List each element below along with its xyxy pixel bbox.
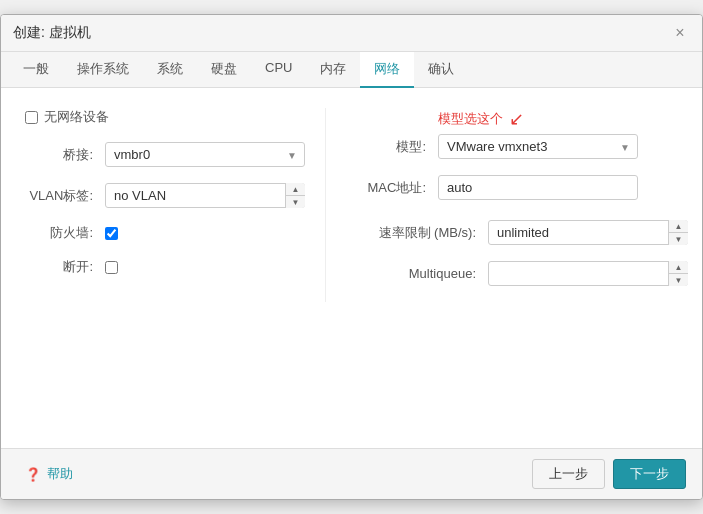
dialog-title: 创建: 虚拟机 [13,24,91,42]
disconnect-checkbox[interactable] [105,261,118,274]
bridge-select[interactable]: vmbr0 [105,142,305,167]
navigation-buttons: 上一步 下一步 [532,459,686,489]
multiqueue-spinner-buttons: ▲ ▼ [668,261,688,286]
disconnect-row: 断开: [25,258,305,276]
tab-bar: 一般 操作系统 系统 硬盘 CPU 内存 网络 确认 [1,52,702,88]
rate-input[interactable] [488,220,688,245]
firewall-checkbox[interactable] [105,227,118,240]
help-button[interactable]: ❓ 帮助 [17,461,81,487]
rate-up-button[interactable]: ▲ [669,220,688,233]
content-area: 无网络设备 桥接: vmbr0 ▼ VLAN标签: [1,88,702,448]
rate-row: 速率限制 (MB/s): ▲ ▼ [358,220,688,245]
tab-os[interactable]: 操作系统 [63,52,143,88]
bridge-label: 桥接: [25,146,105,164]
tab-system[interactable]: 系统 [143,52,197,88]
vlan-up-button[interactable]: ▲ [286,183,305,196]
help-label: 帮助 [47,465,73,483]
mac-label: MAC地址: [358,179,438,197]
tab-network[interactable]: 网络 [360,52,414,88]
multiqueue-row: Multiqueue: ▲ ▼ [358,261,688,286]
annotation-text: 模型选这个 [438,110,503,128]
model-annotation: 模型选这个 ↙ [438,108,688,130]
right-column: 模型选这个 ↙ 模型: VMware vmxnet3 ▼ MAC地址: [326,108,688,302]
rate-spinner-wrap: ▲ ▼ [488,220,688,245]
vlan-row: VLAN标签: ▲ ▼ [25,183,305,208]
bridge-row: 桥接: vmbr0 ▼ [25,142,305,167]
close-button[interactable]: × [670,23,690,43]
rate-down-button[interactable]: ▼ [669,233,688,245]
rate-label: 速率限制 (MB/s): [358,224,488,242]
firewall-label: 防火墙: [25,224,105,242]
back-button[interactable]: 上一步 [532,459,605,489]
no-network-checkbox[interactable] [25,111,38,124]
model-select[interactable]: VMware vmxnet3 [438,134,638,159]
next-button[interactable]: 下一步 [613,459,686,489]
two-column-layout: 无网络设备 桥接: vmbr0 ▼ VLAN标签: [25,108,678,302]
model-select-wrap: VMware vmxnet3 ▼ [438,134,638,159]
multiqueue-up-button[interactable]: ▲ [669,261,688,274]
tab-cpu[interactable]: CPU [251,52,306,88]
vlan-label: VLAN标签: [25,187,105,205]
no-network-row: 无网络设备 [25,108,305,126]
tab-general[interactable]: 一般 [9,52,63,88]
vlan-down-button[interactable]: ▼ [286,196,305,208]
vlan-input[interactable] [105,183,305,208]
mac-input[interactable] [438,175,638,200]
bridge-select-wrap: vmbr0 ▼ [105,142,305,167]
firewall-row: 防火墙: [25,224,305,242]
vlan-spinner-buttons: ▲ ▼ [285,183,305,208]
create-vm-dialog: 创建: 虚拟机 × 一般 操作系统 系统 硬盘 CPU 内存 网络 确认 无网络… [0,14,703,500]
left-column: 无网络设备 桥接: vmbr0 ▼ VLAN标签: [25,108,326,302]
no-network-label[interactable]: 无网络设备 [44,108,109,126]
annotation-arrow-icon: ↙ [509,108,524,130]
dialog-footer: ❓ 帮助 上一步 下一步 [1,448,702,499]
multiqueue-down-button[interactable]: ▼ [669,274,688,286]
vlan-spinner-wrap: ▲ ▼ [105,183,305,208]
help-icon: ❓ [25,467,41,482]
multiqueue-spinner-wrap: ▲ ▼ [488,261,688,286]
title-bar: 创建: 虚拟机 × [1,15,702,52]
multiqueue-input[interactable] [488,261,688,286]
tab-disk[interactable]: 硬盘 [197,52,251,88]
model-label: 模型: [358,138,438,156]
model-row: 模型: VMware vmxnet3 ▼ [358,134,688,159]
mac-row: MAC地址: [358,175,688,200]
rate-spinner-buttons: ▲ ▼ [668,220,688,245]
multiqueue-label: Multiqueue: [358,266,488,281]
disconnect-label: 断开: [25,258,105,276]
tab-memory[interactable]: 内存 [306,52,360,88]
tab-confirm[interactable]: 确认 [414,52,468,88]
